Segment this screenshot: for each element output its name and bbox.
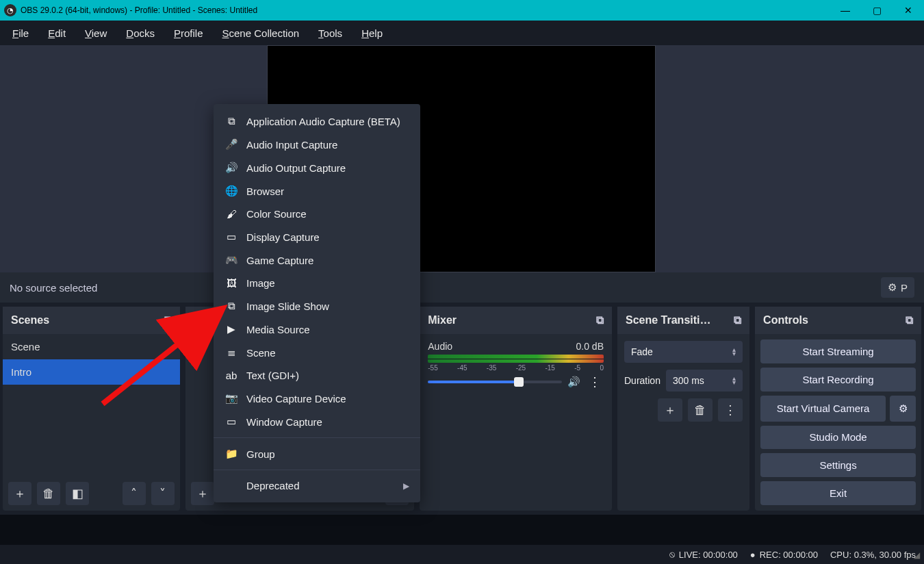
cpu-status: CPU: 0.3%, 30.00 fps: [830, 550, 916, 560]
source-type-icon: ▭: [224, 415, 238, 428]
menu-scene-collection[interactable]: Scene Collection: [213, 23, 309, 43]
source-type-label: Media Source: [246, 324, 310, 335]
start-streaming-button[interactable]: Start Streaming: [760, 339, 916, 363]
scene-filter-button[interactable]: ◧: [66, 482, 89, 505]
live-status: LIVE: 00:00:00: [679, 550, 738, 560]
source-type-icon: 🖌: [224, 208, 238, 220]
svg-line-0: [103, 311, 219, 404]
transitions-panel: Scene Transiti… ⧉ Fade ▴▾ Duration 300 m…: [617, 307, 749, 511]
no-source-label: No source selected: [10, 282, 97, 294]
gear-icon: ⚙: [888, 281, 897, 294]
source-type-group[interactable]: 📁Group: [214, 442, 420, 465]
transition-mode: Fade: [631, 346, 653, 357]
source-type-deprecated[interactable]: Deprecated▶: [214, 474, 420, 497]
preview-area: [0, 45, 924, 272]
source-type-browser[interactable]: 🌐Browser: [214, 179, 420, 203]
source-type-color-source[interactable]: 🖌Color Source: [214, 203, 420, 225]
mixer-title: Mixer: [428, 314, 457, 326]
transitions-title: Scene Transiti…: [626, 314, 711, 326]
popout-icon[interactable]: ⧉: [596, 314, 604, 326]
source-type-image-slide-show[interactable]: ⧉Image Slide Show: [214, 294, 420, 318]
source-type-label: Image Slide Show: [246, 300, 329, 312]
minimize-button[interactable]: ―: [830, 0, 861, 21]
source-type-video-capture-device[interactable]: 📷Video Capture Device: [214, 387, 420, 410]
scene-up-button[interactable]: ˄: [123, 482, 146, 505]
menu-edit[interactable]: Edit: [38, 23, 75, 43]
exit-button[interactable]: Exit: [760, 481, 916, 505]
source-type-media-source[interactable]: ▶Media Source: [214, 318, 420, 341]
source-type-icon: 🔊: [224, 162, 238, 174]
close-button[interactable]: ✕: [893, 0, 924, 21]
add-source-context-menu: ⧉Application Audio Capture (BETA)🎤Audio …: [214, 104, 420, 502]
menu-help[interactable]: Help: [352, 23, 392, 43]
menubar: File Edit View Docks Profile Scene Colle…: [0, 21, 924, 45]
source-type-label: Display Capture: [246, 231, 320, 243]
source-type-label: Image: [246, 277, 275, 289]
audio-ticks: -55 -45 -35 -25 -15 -5 0: [428, 364, 604, 372]
source-properties-button[interactable]: ⚙ P: [881, 277, 914, 298]
rec-status: REC: 00:00:00: [760, 550, 818, 560]
source-type-icon: ⧉: [224, 115, 238, 127]
source-type-audio-input-capture[interactable]: 🎤Audio Input Capture: [214, 133, 420, 156]
source-type-label: Scene: [246, 347, 276, 359]
source-type-icon: 🖼: [224, 277, 238, 289]
duration-value: 300 ms: [673, 375, 704, 386]
source-type-label: Text (GDI+): [246, 370, 299, 381]
add-source-button[interactable]: ＋: [191, 482, 214, 505]
controls-panel: Controls ⧉ Start Streaming Start Recordi…: [755, 307, 921, 511]
mixer-channel-db: 0.0 dB: [576, 341, 604, 352]
resize-grip-icon[interactable]: ◢: [914, 550, 920, 560]
audio-mixer-panel: Mixer ⧉ Audio 0.0 dB -55 -45 -35 -25 -15…: [420, 307, 612, 511]
menu-profile[interactable]: Profile: [164, 23, 213, 43]
window-title: OBS 29.0.2 (64-bit, windows) - Profile: …: [21, 5, 257, 15]
popout-icon[interactable]: ⧉: [734, 314, 741, 326]
menu-file[interactable]: File: [3, 23, 38, 43]
source-type-label: Window Capture: [246, 416, 322, 428]
add-transition-button[interactable]: ＋: [658, 398, 682, 422]
source-type-scene[interactable]: ≣Scene: [214, 341, 420, 364]
menu-docks[interactable]: Docks: [116, 23, 164, 43]
source-type-icon: 🎤: [224, 138, 238, 151]
statusbar: ⦸LIVE: 00:00:00 ●REC: 00:00:00 CPU: 0.3%…: [0, 545, 924, 564]
menu-view[interactable]: View: [75, 23, 116, 43]
obs-logo-icon: ◔: [4, 4, 16, 16]
volume-slider[interactable]: [428, 381, 562, 383]
studio-mode-button[interactable]: Studio Mode: [760, 426, 916, 450]
scene-down-button[interactable]: ˅: [151, 482, 175, 505]
source-type-game-capture[interactable]: 🎮Game Capture: [214, 248, 420, 272]
duration-input[interactable]: 300 ms ▴▾: [666, 370, 743, 392]
menu-tools[interactable]: Tools: [309, 23, 352, 43]
source-type-image[interactable]: 🖼Image: [214, 272, 420, 294]
source-type-icon: ▭: [224, 231, 238, 243]
popout-icon[interactable]: ⧉: [906, 314, 913, 326]
scenes-title: Scenes: [11, 314, 49, 326]
speaker-icon[interactable]: 🔊: [567, 376, 580, 388]
source-type-label: Browser: [246, 185, 284, 197]
audio-meter: [428, 355, 604, 363]
source-type-window-capture[interactable]: ▭Window Capture: [214, 410, 420, 433]
maximize-button[interactable]: ▢: [861, 0, 893, 21]
transition-select[interactable]: Fade ▴▾: [624, 341, 743, 363]
settings-button[interactable]: Settings: [760, 453, 916, 477]
transition-menu-button[interactable]: ⋮: [718, 398, 743, 422]
source-type-label: Group: [246, 448, 275, 460]
remove-scene-button[interactable]: 🗑: [37, 482, 60, 505]
mixer-channel-menu[interactable]: ⋮: [586, 376, 604, 388]
start-virtual-camera-button[interactable]: Start Virtual Camera: [760, 396, 886, 422]
source-type-label: Application Audio Capture (BETA): [246, 116, 400, 127]
remove-transition-button[interactable]: 🗑: [688, 398, 713, 422]
source-type-text-gdi-[interactable]: abText (GDI+): [214, 364, 420, 387]
titlebar: ◔ OBS 29.0.2 (64-bit, windows) - Profile…: [0, 0, 924, 21]
source-type-application-audio-capture-beta-[interactable]: ⧉Application Audio Capture (BETA): [214, 110, 420, 133]
virtual-camera-settings-button[interactable]: ⚙: [890, 396, 916, 422]
start-recording-button[interactable]: Start Recording: [760, 368, 916, 392]
controls-title: Controls: [763, 314, 808, 326]
no-stream-icon: ⦸: [669, 549, 675, 560]
source-type-audio-output-capture[interactable]: 🔊Audio Output Capture: [214, 156, 420, 179]
source-type-display-capture[interactable]: ▭Display Capture: [214, 225, 420, 248]
add-scene-button[interactable]: ＋: [8, 482, 31, 505]
annotation-arrow: [89, 301, 240, 411]
source-type-label: Video Capture Device: [246, 393, 346, 405]
source-type-label: Audio Output Capture: [246, 162, 346, 174]
source-type-label: Game Capture: [246, 255, 313, 266]
